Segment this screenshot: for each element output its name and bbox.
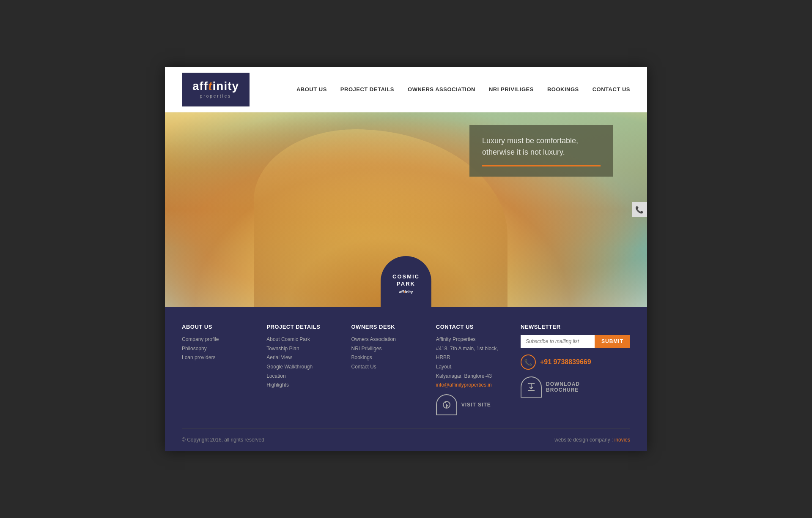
footer-newsletter-title: NEWSLETTER bbox=[521, 324, 630, 330]
footer-contact-title: CONTACT US bbox=[436, 324, 512, 330]
footer-link-walkthrough[interactable]: Google Walkthrough bbox=[266, 363, 343, 372]
nav-owners-association[interactable]: OWNERS ASSOCIATION bbox=[408, 86, 475, 93]
phone-circle-icon: 📞 bbox=[521, 354, 536, 370]
footer: ABOUT US Company profile Philosophy Loan… bbox=[165, 307, 647, 451]
footer-address-1: Affinity Properties bbox=[436, 335, 512, 344]
footer-newsletter: NEWSLETTER SUBMIT 📞 +91 9738839669 bbox=[521, 324, 630, 415]
footer-address-2: #418, 7th A main, 1st block, HRBR bbox=[436, 344, 512, 363]
footer-link-highlights[interactable]: Highlights bbox=[266, 381, 343, 390]
header: afftinity properties ABOUT US PROJECT DE… bbox=[165, 67, 647, 112]
footer-about-us: ABOUT US Company profile Philosophy Loan… bbox=[182, 324, 258, 415]
phone-icon: 📞 bbox=[635, 206, 644, 214]
cosmic-badge: COSMICPARK afftinity bbox=[381, 256, 431, 307]
logo-subtitle: properties bbox=[200, 94, 231, 98]
footer-bottom: © Copyright 2016, all rights reserved we… bbox=[182, 437, 630, 443]
nav-project-details[interactable]: PROJECT DETAILS bbox=[340, 86, 394, 93]
footer-link-location[interactable]: Location bbox=[266, 372, 343, 381]
nav-bookings[interactable]: BOOKINGS bbox=[547, 86, 579, 93]
footer-link-loan-providers[interactable]: Loan providers bbox=[182, 353, 258, 363]
download-icon bbox=[521, 376, 542, 398]
phone-number: +91 9738839669 bbox=[540, 358, 591, 366]
nav-about-us[interactable]: ABOUT US bbox=[296, 86, 327, 93]
footer-project-details: PROJECT DETAILS About Cosmic Park Townsh… bbox=[266, 324, 343, 415]
logo-text: afftinity bbox=[192, 80, 239, 92]
footer-link-nri[interactable]: NRI Priviliges bbox=[351, 344, 428, 354]
nav-nri-priviliges[interactable]: NRI PRIVILIGES bbox=[489, 86, 534, 93]
footer-link-owners-assoc[interactable]: Owners Association bbox=[351, 335, 428, 344]
design-credit: website design company : inovies bbox=[554, 437, 630, 443]
footer-link-aerial[interactable]: Aerial View bbox=[266, 353, 343, 363]
browser-window: afftinity properties ABOUT US PROJECT DE… bbox=[165, 67, 647, 451]
phone-icon-footer: 📞 bbox=[524, 358, 532, 366]
footer-email[interactable]: info@affinityproperties.in bbox=[436, 381, 512, 390]
footer-link-township[interactable]: Township Plan bbox=[266, 344, 343, 354]
footer-link-company-profile[interactable]: Company profile bbox=[182, 335, 258, 344]
footer-contact-us: CONTACT US Affinity Properties #418, 7th… bbox=[436, 324, 512, 415]
footer-project-title: PROJECT DETAILS bbox=[266, 324, 343, 330]
footer-address-3: Layout, bbox=[436, 363, 512, 372]
phone-icon-button[interactable]: 📞 bbox=[632, 202, 647, 217]
newsletter-input[interactable] bbox=[521, 335, 595, 348]
footer-link-about-cosmic[interactable]: About Cosmic Park bbox=[266, 335, 343, 344]
footer-grid: ABOUT US Company profile Philosophy Loan… bbox=[182, 324, 630, 415]
quote-text: Luxury must be comfortable, otherwise it… bbox=[482, 135, 601, 158]
footer-visit-site-row: VISIT SITE bbox=[436, 394, 512, 415]
cosmic-logo: afftinity bbox=[399, 289, 413, 294]
footer-link-philosophy[interactable]: Philosophy bbox=[182, 344, 258, 354]
footer-link-contact[interactable]: Contact Us bbox=[351, 363, 428, 372]
newsletter-submit[interactable]: SUBMIT bbox=[595, 335, 630, 348]
footer-about-title: ABOUT US bbox=[182, 324, 258, 330]
main-nav: ABOUT US PROJECT DETAILS OWNERS ASSOCIAT… bbox=[296, 86, 630, 93]
newsletter-form: SUBMIT bbox=[521, 335, 630, 348]
visit-site-label[interactable]: VISIT SITE bbox=[461, 402, 491, 408]
visit-site-icon bbox=[436, 394, 457, 415]
cosmic-badge-text: COSMICPARK bbox=[392, 273, 420, 288]
quote-box: Luxury must be comfortable, otherwise it… bbox=[469, 125, 613, 177]
footer-address-4: Kalyanagar, Banglore-43 bbox=[436, 372, 512, 381]
footer-link-bookings[interactable]: Bookings bbox=[351, 353, 428, 363]
footer-divider bbox=[182, 428, 630, 428]
download-brochure-row: DOWNLOADBROCHURE bbox=[521, 376, 630, 398]
logo[interactable]: afftinity properties bbox=[182, 73, 250, 106]
footer-owners-title: OWNERS DESK bbox=[351, 324, 428, 330]
copyright: © Copyright 2016, all rights reserved bbox=[182, 437, 264, 443]
footer-owners-desk: OWNERS DESK Owners Association NRI Privi… bbox=[351, 324, 428, 415]
download-label[interactable]: DOWNLOADBROCHURE bbox=[546, 381, 580, 393]
nav-contact-us[interactable]: CONTACT US bbox=[593, 86, 630, 93]
phone-row: 📞 +91 9738839669 bbox=[521, 354, 630, 370]
hero-section: Luxury must be comfortable, otherwise it… bbox=[165, 112, 647, 307]
